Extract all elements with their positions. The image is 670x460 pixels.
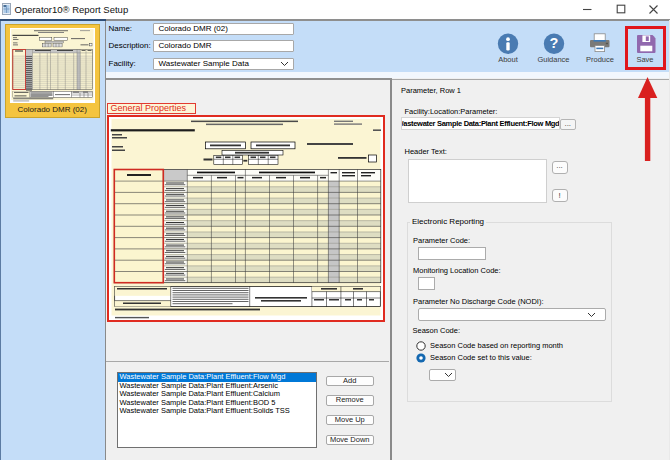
svg-text:?: ? <box>549 34 558 50</box>
